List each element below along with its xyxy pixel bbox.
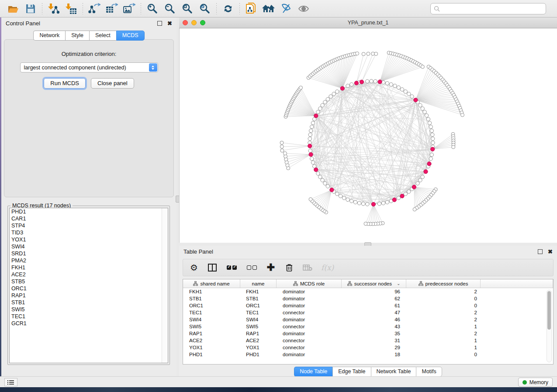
table-cell: ORC1 bbox=[183, 302, 240, 309]
column-header-MCDS-role[interactable]: MCDS role bbox=[277, 279, 342, 288]
columns-icon[interactable] bbox=[208, 262, 217, 273]
table-row[interactable]: ORC1ORC1dominator610 bbox=[183, 302, 553, 309]
deselect-all-checkboxes-icon[interactable] bbox=[246, 262, 257, 273]
table-row[interactable]: RAP1RAP1dominator352 bbox=[183, 330, 553, 337]
mcds-result-item[interactable]: ACE2 bbox=[10, 271, 168, 278]
float-panel-icon[interactable] bbox=[157, 21, 162, 26]
float-panel-icon[interactable] bbox=[538, 249, 543, 254]
table-cell: 2 bbox=[406, 309, 481, 316]
home-icon[interactable] bbox=[261, 2, 276, 15]
column-header-name[interactable]: name bbox=[240, 279, 277, 288]
network-file-icon[interactable] bbox=[244, 2, 259, 15]
import-network-icon[interactable] bbox=[46, 2, 61, 15]
mcds-result-item[interactable]: GCR1 bbox=[10, 320, 168, 327]
export-table-icon[interactable] bbox=[104, 2, 119, 15]
tab-network-table[interactable]: Network Table bbox=[371, 367, 416, 377]
mcds-result-item[interactable]: FKH1 bbox=[10, 264, 168, 271]
column-header-shared-name[interactable]: shared name bbox=[183, 279, 240, 288]
table-cell: 2 bbox=[406, 288, 481, 295]
mcds-result-item[interactable]: TID3 bbox=[10, 229, 168, 236]
tab-select[interactable]: Select bbox=[89, 31, 116, 41]
table-cell: STB1 bbox=[183, 295, 240, 302]
mcds-result-item[interactable]: SRD1 bbox=[10, 250, 168, 257]
zoom-out-icon[interactable] bbox=[163, 2, 177, 15]
table-row[interactable]: TEC1TEC1connector472 bbox=[183, 309, 553, 316]
mcds-result-item[interactable]: SWI5 bbox=[10, 306, 168, 313]
status-menu-button[interactable] bbox=[4, 378, 17, 386]
tab-motifs[interactable]: Motifs bbox=[416, 367, 442, 377]
table-cell: ORC1 bbox=[240, 302, 277, 309]
table-row[interactable]: ACE2ACE2connector311 bbox=[183, 337, 553, 344]
mcds-result-item[interactable]: STB5 bbox=[10, 278, 168, 285]
mcds-result-item[interactable]: CAR1 bbox=[10, 215, 168, 222]
export-image-icon[interactable] bbox=[122, 2, 137, 15]
table-cell: ACE2 bbox=[183, 337, 240, 344]
show-panel-icon[interactable] bbox=[296, 2, 311, 15]
column-header-successor-nodes[interactable]: successor nodes⌄ bbox=[342, 279, 406, 288]
close-panel-icon[interactable]: ✖ bbox=[167, 21, 172, 26]
export-network-icon[interactable] bbox=[87, 2, 102, 15]
tab-mcds[interactable]: MCDS bbox=[116, 31, 145, 41]
mcds-result-item[interactable]: YOX1 bbox=[10, 236, 168, 243]
save-session-icon[interactable] bbox=[23, 2, 38, 15]
mcds-result-item[interactable]: RAP1 bbox=[10, 292, 168, 299]
mcds-result-item[interactable]: TEC1 bbox=[10, 313, 168, 320]
run-mcds-button[interactable]: Run MCDS bbox=[44, 78, 86, 89]
tab-network[interactable]: Network bbox=[33, 31, 65, 41]
table-cell: 46 bbox=[342, 316, 406, 323]
tab-style[interactable]: Style bbox=[65, 31, 89, 41]
table-cell: 0 bbox=[406, 295, 481, 302]
mcds-result-item[interactable]: STB1 bbox=[10, 299, 168, 306]
table-row[interactable]: YOX1YOX1connector291 bbox=[183, 344, 553, 351]
table-row[interactable]: SWI5SWI5connector431 bbox=[183, 323, 553, 330]
network-window-titlebar[interactable]: YPA_prune.txt_1 bbox=[179, 17, 557, 28]
close-panel-button[interactable]: Close panel bbox=[91, 78, 134, 89]
table-cell: 35 bbox=[342, 330, 406, 337]
zoom-fit-icon[interactable] bbox=[180, 2, 195, 15]
search-input[interactable] bbox=[442, 4, 546, 13]
delete-column-icon[interactable] bbox=[284, 262, 294, 273]
memory-label: Memory bbox=[529, 379, 548, 385]
mcds-result-item[interactable]: ORC1 bbox=[10, 285, 168, 292]
refresh-icon[interactable] bbox=[221, 2, 235, 15]
table-scrollbar[interactable] bbox=[547, 290, 552, 362]
column-header-filler bbox=[481, 279, 553, 288]
search-box[interactable] bbox=[430, 3, 546, 14]
table-cell: 2 bbox=[406, 330, 481, 337]
network-graph[interactable] bbox=[180, 28, 557, 243]
table-row[interactable]: FKH1FKH1dominator962 bbox=[183, 288, 553, 295]
settings-icon[interactable]: ⚙ bbox=[189, 262, 199, 273]
criterion-dropdown[interactable]: largest connected component (undirected) bbox=[20, 62, 158, 72]
zoom-selected-icon[interactable] bbox=[197, 2, 212, 15]
table-cell: SWI5 bbox=[240, 323, 277, 330]
toolbar-separator bbox=[83, 3, 83, 14]
toolbar-separator bbox=[216, 3, 217, 14]
tab-node-table[interactable]: Node Table bbox=[294, 367, 332, 377]
open-file-icon[interactable] bbox=[6, 2, 21, 15]
column-header-predecessor-nodes[interactable]: predecessor nodes bbox=[406, 279, 481, 288]
table-cell: PHD1 bbox=[183, 351, 240, 358]
mcds-result-item[interactable]: PMA2 bbox=[10, 257, 168, 264]
table-cell: SWI4 bbox=[183, 316, 240, 323]
table-cell: 29 bbox=[342, 344, 406, 351]
memory-button[interactable]: Memory bbox=[518, 378, 553, 387]
mcds-list-scrollbar[interactable] bbox=[162, 208, 168, 363]
table-row[interactable]: SWI4SWI4dominator462 bbox=[183, 316, 553, 323]
mcds-result-item[interactable]: STP4 bbox=[10, 222, 168, 229]
mcds-result-list[interactable]: PHD1CAR1STP4TID3YOX1SWI4SRD1PMA2FKH1ACE2… bbox=[9, 208, 168, 363]
add-column-icon[interactable]: ✚ bbox=[266, 262, 276, 273]
close-panel-icon[interactable]: ✖ bbox=[548, 249, 553, 254]
scrollbar-thumb[interactable] bbox=[547, 291, 551, 330]
import-table-icon[interactable] bbox=[64, 2, 79, 15]
tab-edge-table[interactable]: Edge Table bbox=[332, 367, 370, 377]
zoom-in-icon[interactable] bbox=[145, 2, 160, 15]
select-all-checkboxes-icon[interactable] bbox=[226, 262, 237, 273]
mcds-result-item[interactable]: SWI4 bbox=[10, 243, 168, 250]
table-row[interactable]: STB1STB1dominator620 bbox=[183, 295, 553, 302]
node-table[interactable]: shared namenameMCDS rolesuccessor nodes⌄… bbox=[183, 279, 554, 364]
table-cell: 2 bbox=[406, 316, 481, 323]
network-canvas[interactable] bbox=[179, 28, 557, 243]
mcds-result-item[interactable]: PHD1 bbox=[10, 208, 168, 215]
hide-panels-icon[interactable] bbox=[279, 2, 294, 15]
table-row[interactable]: PHD1PHD1dominator180 bbox=[183, 351, 553, 358]
